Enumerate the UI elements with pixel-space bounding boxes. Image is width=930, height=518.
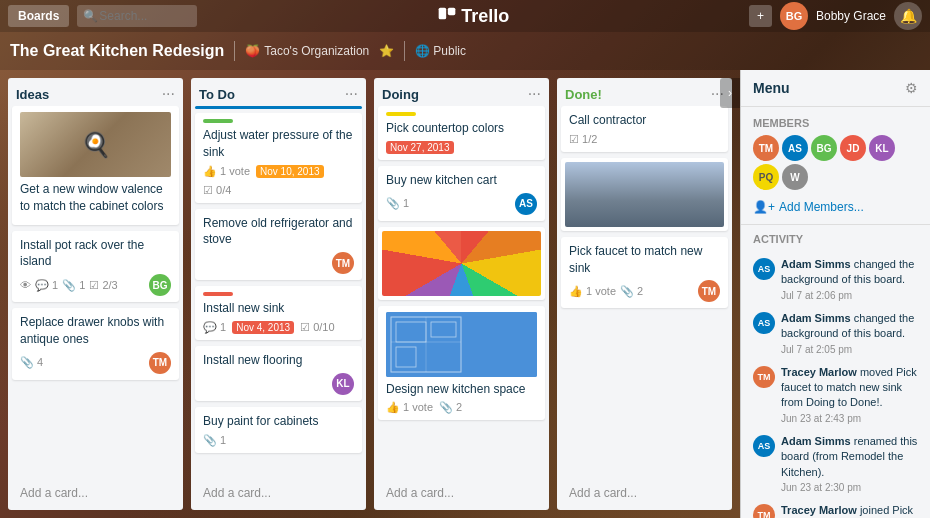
list-todo-cards: Adjust water pressure of the sink 👍 1 vo… — [191, 113, 366, 478]
topbar-right: + BG Bobby Grace 🔔 — [749, 2, 922, 30]
card-avatar-todo-2: TM — [332, 252, 354, 274]
activity-time-0: Jul 7 at 2:06 pm — [781, 289, 918, 303]
card-label-red-todo3 — [203, 292, 233, 296]
user-avatar-topbar[interactable]: BG — [780, 2, 808, 30]
list-doing-cards: Pick countertop colors Nov 27, 2013 Buy … — [374, 106, 549, 478]
todo-progress-bar — [195, 106, 362, 109]
card-todo-5[interactable]: Buy paint for cabinets 📎 1 — [195, 407, 362, 453]
trello-icon-svg — [437, 6, 457, 26]
card-todo-2[interactable]: Remove old refrigerator and stove TM — [195, 209, 362, 281]
activity-header: Activity — [753, 225, 918, 257]
list-doing-menu-button[interactable]: ··· — [528, 86, 541, 102]
add-members-button[interactable]: 👤+ Add Members... — [753, 196, 864, 218]
plus-icon: + — [757, 9, 764, 23]
card-todo-3-text: Install new sink — [203, 300, 354, 317]
board-org: 🍑 Taco's Organization — [245, 44, 369, 58]
card-doing-4-meta: 👍 1 vote 📎 2 — [386, 401, 537, 414]
card-todo-3[interactable]: Install new sink 💬 1 Nov 4, 2013 ☑ 0/10 — [195, 286, 362, 340]
menu-panel: Menu ⚙ Members TM AS BG JD KL PQ W 👤+ Ad… — [740, 70, 930, 518]
member-avatar-as[interactable]: AS — [782, 135, 808, 161]
svg-rect-1 — [448, 8, 456, 16]
list-doing-header: Doing ··· — [374, 78, 549, 106]
svg-rect-0 — [439, 8, 447, 20]
card-date-todo1: Nov 10, 2013 — [256, 165, 324, 178]
card-ideas-3[interactable]: Replace drawer knobs with antique ones 📎… — [12, 308, 179, 380]
card-doing-1-meta: Nov 27, 2013 — [386, 141, 537, 154]
card-doing-1[interactable]: Pick countertop colors Nov 27, 2013 — [378, 106, 545, 160]
card-ideas-3-text: Replace drawer knobs with antique ones — [20, 314, 171, 348]
card-ideas-2[interactable]: Install pot rack over the island 👁 💬 1 📎… — [12, 231, 179, 303]
card-done-3[interactable]: Pick faucet to match new sink 👍 1 vote 📎… — [561, 237, 728, 309]
card-todo-5-meta: 📎 1 — [203, 434, 354, 447]
card-doing-2[interactable]: Buy new kitchen cart 📎 1 AS — [378, 166, 545, 221]
board-header: The Great Kitchen Redesign 🍑 Taco's Orga… — [0, 32, 930, 70]
card-doing-3[interactable] — [378, 227, 545, 300]
trello-wordmark: Trello — [461, 6, 509, 27]
add-card-todo[interactable]: Add a card... — [195, 480, 362, 506]
card-done-3-footer: 👍 1 vote 📎 2 TM — [569, 280, 720, 302]
activity-text-2: Tracey Marlow moved Pick faucet to match… — [781, 365, 918, 426]
topbar-left: Boards 🔍 — [8, 5, 197, 27]
activity-item-2: TM Tracey Marlow moved Pick faucet to ma… — [753, 365, 918, 426]
add-card-doing[interactable]: Add a card... — [378, 480, 545, 506]
star-button[interactable]: ⭐ — [379, 44, 394, 58]
list-done-title: Done! — [565, 87, 602, 102]
member-avatar-bg[interactable]: BG — [811, 135, 837, 161]
card-badge-vote-todo1: 👍 1 vote — [203, 165, 250, 178]
activity-item-4: TM Tracey Marlow joined Pick faucet to m… — [753, 503, 918, 518]
member-avatar-w[interactable]: W — [782, 164, 808, 190]
member-avatar-jd[interactable]: JD — [840, 135, 866, 161]
activity-time-2: Jun 23 at 2:43 pm — [781, 412, 918, 426]
card-date-doing1: Nov 27, 2013 — [386, 141, 454, 154]
card-todo-5-text: Buy paint for cabinets — [203, 413, 354, 430]
org-name: Taco's Organization — [264, 44, 369, 58]
menu-members-section: Members TM AS BG JD KL PQ W 👤+ Add Membe… — [741, 107, 930, 224]
card-doing-4[interactable]: Design new kitchen space 👍 1 vote 📎 2 — [378, 306, 545, 421]
card-badge-vote-done3: 👍 1 vote — [569, 285, 616, 298]
add-card-done[interactable]: Add a card... — [561, 480, 728, 506]
menu-settings-button[interactable]: ⚙ — [905, 80, 918, 96]
visibility-button[interactable]: 🌐 Public — [415, 44, 466, 58]
menu-header: Menu ⚙ — [741, 70, 930, 107]
boards-button[interactable]: Boards — [8, 5, 69, 27]
member-avatar-kl[interactable]: KL — [869, 135, 895, 161]
card-todo-3-meta: 💬 1 Nov 4, 2013 ☑ 0/10 — [203, 321, 354, 334]
card-ideas-1[interactable]: 🍳 Get a new window valence to match the … — [12, 106, 179, 225]
card-ideas-3-badges: 📎 4 — [20, 356, 43, 369]
card-todo-1-text: Adjust water pressure of the sink — [203, 127, 354, 161]
card-todo-1[interactable]: Adjust water pressure of the sink 👍 1 vo… — [195, 113, 362, 203]
card-done-3-badges: 👍 1 vote 📎 2 — [569, 285, 643, 298]
visibility-label: Public — [433, 44, 466, 58]
member-avatar-tm[interactable]: TM — [753, 135, 779, 161]
card-image-blueprint — [386, 312, 537, 377]
card-badge-checklist-todo1: ☑ 0/4 — [203, 184, 231, 197]
menu-title: Menu — [753, 80, 790, 96]
activity-avatar-2: TM — [753, 366, 775, 388]
card-badge-attachment-todo5: 📎 1 — [203, 434, 226, 447]
topbar-center: Trello — [205, 6, 741, 27]
member-avatar-pq[interactable]: PQ — [753, 164, 779, 190]
notifications-button[interactable]: 🔔 — [894, 2, 922, 30]
card-label-green-todo1 — [203, 119, 233, 123]
card-todo-4-footer: KL — [203, 373, 354, 395]
card-done-1[interactable]: Call contractor ☑ 1/2 — [561, 106, 728, 152]
card-image-pans: 🍳 — [20, 112, 171, 177]
card-done-2[interactable] — [561, 158, 728, 231]
list-todo-menu-button[interactable]: ··· — [345, 86, 358, 102]
card-label-yellow-doing1 — [386, 112, 416, 116]
add-button[interactable]: + — [749, 5, 772, 27]
list-ideas-menu-button[interactable]: ··· — [162, 86, 175, 102]
list-done-cards: Call contractor ☑ 1/2 Pick faucet to mat… — [557, 106, 732, 478]
add-card-ideas[interactable]: Add a card... — [12, 480, 179, 506]
menu-toggle-button[interactable]: › — [720, 78, 740, 108]
activity-time-1: Jul 7 at 2:05 pm — [781, 343, 918, 357]
activity-user-1: Adam Simms — [781, 312, 851, 324]
card-badge-checklist: ☑ 2/3 — [89, 279, 117, 292]
card-todo-2-footer: TM — [203, 252, 354, 274]
activity-section: Activity AS Adam Simms changed the backg… — [741, 225, 930, 518]
activity-text-3: Adam Simms renamed this board (from Remo… — [781, 434, 918, 495]
card-ideas-2-footer: 👁 💬 1 📎 1 ☑ 2/3 BG — [20, 274, 171, 296]
card-badge-eye: 👁 — [20, 279, 31, 291]
card-todo-4[interactable]: Install new flooring KL — [195, 346, 362, 401]
card-badge-attachment-doing4: 📎 2 — [439, 401, 462, 414]
